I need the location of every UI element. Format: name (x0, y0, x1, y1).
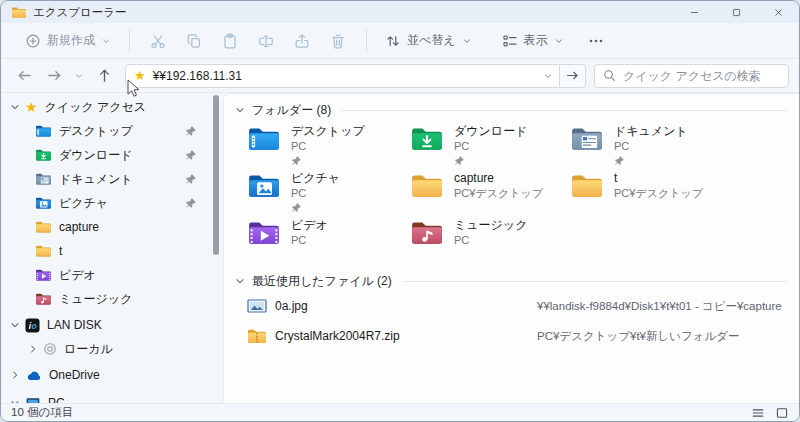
file-name: 0a.jpg (275, 299, 308, 313)
sidebar-item-label: t (59, 244, 62, 258)
large-icons-view-icon[interactable] (775, 406, 789, 420)
sidebar-item-t[interactable]: t (1, 239, 209, 263)
folder-location: PC (291, 186, 340, 200)
folder-tile-videos[interactable]: ビデオ PC (247, 218, 410, 265)
maximize-button[interactable] (715, 1, 757, 23)
status-bar: 10 個の項目 (1, 403, 799, 421)
folder-icon (35, 244, 52, 258)
folder-name: ドキュメント (614, 124, 688, 139)
image-file-icon (247, 298, 267, 314)
scrollbar-thumb[interactable] (213, 95, 219, 255)
up-button[interactable] (89, 62, 119, 90)
sidebar-item-pictures[interactable]: ピクチャ (1, 191, 209, 215)
chevron-down-icon (462, 36, 472, 46)
desktop-folder-icon (35, 124, 52, 138)
chevron-down-icon[interactable] (9, 319, 21, 331)
cut-button[interactable] (140, 26, 176, 56)
new-button[interactable]: 新規作成 (17, 26, 119, 56)
delete-button[interactable] (320, 26, 356, 56)
folders-grid: デスクトップ PC ダウンロード PC ドキュメント PC (224, 124, 799, 265)
share-icon (294, 33, 310, 49)
folder-tile-pictures[interactable]: ピクチャ PC (247, 171, 410, 218)
copy-button[interactable] (176, 26, 212, 56)
chevron-right-icon[interactable] (9, 369, 21, 381)
sidebar-item-quick-access[interactable]: ★ クイック アクセス (1, 95, 209, 119)
search-input[interactable] (623, 69, 780, 83)
sidebar-item-videos[interactable]: ビデオ (1, 263, 209, 287)
folder-name: capture (454, 171, 543, 186)
trash-icon (330, 33, 346, 49)
minimize-button[interactable] (673, 1, 715, 23)
new-label: 新規作成 (47, 32, 95, 49)
folder-tile-capture[interactable]: capture PC¥デスクトップ (410, 171, 570, 218)
sidebar-scrollbar[interactable] (209, 93, 223, 403)
folder-location: PC (454, 233, 527, 247)
sidebar-item-label: ピクチャ (59, 195, 108, 212)
forward-button[interactable] (39, 62, 69, 90)
sidebar-item-downloads[interactable]: ダウンロード (1, 143, 209, 167)
recent-locations-button[interactable] (69, 62, 89, 90)
title-bar: エクスプローラー (1, 1, 799, 23)
paste-button[interactable] (212, 26, 248, 56)
folders-section-header[interactable]: フォルダー (8) (224, 100, 799, 120)
sidebar-item-lan-disk[interactable]: LAN DISK (1, 313, 209, 337)
zip-folder-icon (247, 328, 267, 344)
sidebar-item-local[interactable]: ローカル (1, 337, 209, 361)
section-divider (341, 110, 787, 111)
folder-icon (410, 172, 444, 200)
app-folder-icon (11, 6, 27, 19)
rename-icon (258, 33, 274, 49)
pictures-folder-icon (247, 172, 281, 200)
chevron-down-icon (101, 36, 111, 46)
share-button[interactable] (284, 26, 320, 56)
onedrive-cloud-icon (25, 369, 42, 381)
folder-tile-downloads[interactable]: ダウンロード PC (410, 124, 570, 171)
maximize-icon (731, 7, 742, 18)
sort-arrows-icon (385, 33, 401, 49)
sidebar-item-desktop[interactable]: デスクトップ (1, 119, 209, 143)
command-bar: 新規作成 並べ替え 表示 (1, 23, 799, 59)
folder-tile-t[interactable]: t PC¥デスクトップ (570, 171, 780, 218)
sort-button[interactable]: 並べ替え (377, 26, 480, 56)
go-button[interactable] (560, 64, 586, 88)
chevron-down-icon[interactable] (234, 275, 246, 287)
address-bar[interactable]: ★ ¥¥192.168.11.31 (125, 64, 560, 88)
more-options-button[interactable] (578, 26, 614, 56)
view-button[interactable]: 表示 (494, 26, 572, 56)
recent-file-row[interactable]: 0a.jpg ¥¥landisk-f9884d¥Disk1¥t¥t01 - コピ… (224, 291, 799, 321)
chevron-right-icon[interactable] (27, 343, 39, 355)
chevron-down-icon[interactable] (9, 101, 21, 113)
rename-button[interactable] (248, 26, 284, 56)
videos-folder-icon (35, 268, 52, 282)
pictures-folder-icon (35, 196, 52, 210)
address-bar-group: ★ ¥¥192.168.11.31 (125, 64, 586, 88)
pin-icon (185, 125, 197, 137)
sidebar-item-capture[interactable]: capture (1, 215, 209, 239)
sidebar-item-music[interactable]: ミュージック (1, 287, 209, 311)
folder-name: ピクチャ (291, 171, 340, 186)
recent-files-section-header[interactable]: 最近使用したファイル (2) (224, 271, 799, 291)
folder-tile-music[interactable]: ミュージック PC (410, 218, 570, 265)
sidebar-item-label: ミュージック (59, 291, 132, 308)
quick-access-star-icon: ★ (25, 100, 38, 114)
chevron-down-icon[interactable] (234, 104, 246, 116)
sidebar-item-label: クイック アクセス (45, 99, 147, 116)
sidebar-item-onedrive[interactable]: OneDrive (1, 363, 209, 387)
folder-location: PC (291, 233, 328, 247)
folder-tile-documents[interactable]: ドキュメント PC (570, 124, 780, 171)
back-button[interactable] (9, 62, 39, 90)
folder-name: ダウンロード (454, 124, 527, 139)
file-path: ¥¥landisk-f9884d¥Disk1¥t¥t01 - コピー¥captu… (537, 299, 782, 314)
item-count: 10 個の項目 (11, 405, 73, 420)
address-path: ¥¥192.168.11.31 (153, 69, 543, 83)
list-view-icon[interactable] (751, 406, 765, 420)
chevron-down-icon[interactable] (543, 71, 553, 81)
go-arrow-icon (566, 69, 579, 82)
folder-location: PC (291, 139, 365, 153)
folder-tile-desktop[interactable]: デスクトップ PC (247, 124, 410, 171)
sidebar-item-label: LAN DISK (47, 318, 102, 332)
sidebar-item-documents[interactable]: ドキュメント (1, 167, 209, 191)
search-box[interactable] (594, 64, 789, 88)
recent-file-row[interactable]: CrystalMark2004R7.zip PC¥デスクトップ¥t¥新しいフォル… (224, 321, 799, 351)
close-button[interactable] (757, 1, 799, 23)
